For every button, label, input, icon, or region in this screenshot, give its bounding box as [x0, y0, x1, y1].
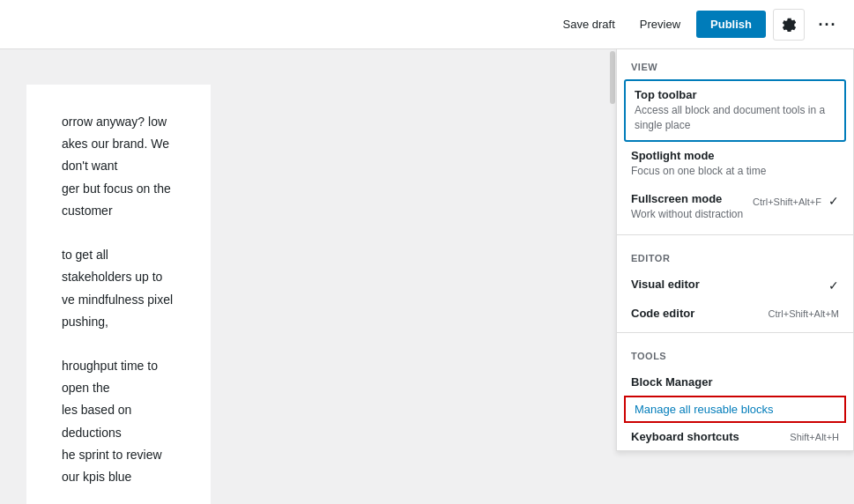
spotlight-mode-item[interactable]: Spotlight mode Focus on one block at a t… — [617, 142, 853, 186]
code-editor-item[interactable]: Code editor Ctrl+Shift+Alt+M — [617, 300, 853, 327]
editor-section-label: EDITOR — [617, 241, 853, 271]
editor-area: orrow anyway? low akes our brand. We don… — [0, 49, 237, 504]
visual-editor-item[interactable]: Visual editor ✓ — [617, 271, 853, 300]
divider-view-editor — [617, 234, 853, 235]
keyboard-shortcuts-shortcut: Shift+Alt+H — [790, 432, 839, 442]
editor-content[interactable]: orrow anyway? low akes our brand. We don… — [26, 85, 211, 504]
preview-button[interactable]: Preview — [631, 12, 689, 36]
top-bar: Save draft Preview Publish ··· — [0, 0, 854, 49]
manage-reusable-blocks-item[interactable]: Manage all reusable blocks — [624, 396, 846, 423]
fullscreen-checkmark: ✓ — [828, 194, 839, 208]
tools-section-label: TOOLS — [617, 338, 853, 368]
content-line-7: les based on deductions — [62, 399, 175, 443]
visual-editor-checkmark: ✓ — [828, 278, 839, 293]
manage-reusable-text: Manage all reusable blocks — [635, 403, 835, 416]
content-line-1: orrow anyway? low — [62, 111, 175, 133]
keyboard-shortcuts-title: Keyboard shortcuts — [631, 430, 783, 443]
publish-button[interactable]: Publish — [696, 11, 766, 38]
fullscreen-shortcut: Ctrl+Shift+Alt+F — [753, 196, 821, 207]
keyboard-shortcuts-text: Keyboard shortcuts — [631, 430, 783, 443]
code-editor-title: Code editor — [631, 307, 761, 320]
divider-editor-tools — [617, 332, 853, 333]
top-toolbar-title: Top toolbar — [635, 88, 835, 101]
more-options-button[interactable]: ··· — [812, 9, 843, 41]
top-toolbar-item[interactable]: Top toolbar Access all block and documen… — [624, 79, 846, 142]
content-line-4: to get all stakeholders up to — [62, 244, 175, 288]
fullscreen-mode-text: Fullscreen mode Work without distraction — [631, 192, 746, 222]
manage-reusable-title: Manage all reusable blocks — [635, 403, 835, 416]
block-manager-text: Block Manager — [631, 375, 839, 389]
visual-editor-title: Visual editor — [631, 278, 821, 291]
code-editor-text: Code editor — [631, 307, 761, 320]
content-line-5: ve mindfulness pixel pushing, — [62, 289, 175, 333]
fullscreen-mode-desc: Work without distraction — [631, 207, 746, 222]
content-line-6: hroughput time to open the — [62, 355, 175, 399]
view-section-label: VIEW — [617, 49, 853, 79]
top-toolbar-desc: Access all block and document tools in a… — [635, 103, 835, 133]
settings-button[interactable] — [773, 9, 805, 41]
scroll-thumb[interactable] — [610, 51, 615, 104]
block-manager-item[interactable]: Block Manager — [617, 368, 853, 396]
gear-icon — [782, 18, 796, 32]
fullscreen-mode-item[interactable]: Fullscreen mode Work without distraction… — [617, 185, 853, 229]
keyboard-shortcuts-item[interactable]: Keyboard shortcuts Shift+Alt+H — [617, 423, 853, 450]
top-toolbar-text: Top toolbar Access all block and documen… — [635, 88, 835, 133]
block-manager-title: Block Manager — [631, 375, 839, 389]
visual-editor-text: Visual editor — [631, 278, 821, 291]
spotlight-mode-title: Spotlight mode — [631, 149, 839, 162]
content-line-8: he sprint to review our kpis blue — [62, 444, 175, 488]
ellipsis-icon: ··· — [818, 17, 836, 33]
fullscreen-mode-title: Fullscreen mode — [631, 192, 746, 205]
spotlight-mode-text: Spotlight mode Focus on one block at a t… — [631, 149, 839, 179]
code-editor-shortcut: Ctrl+Shift+Alt+M — [769, 308, 839, 319]
content-line-2: akes our brand. We don't want — [62, 133, 175, 177]
dropdown-panel: VIEW Top toolbar Access all block and do… — [616, 49, 854, 451]
save-draft-button[interactable]: Save draft — [554, 12, 624, 36]
spotlight-mode-desc: Focus on one block at a time — [631, 164, 839, 179]
content-line-3: ger but focus on the customer — [62, 178, 175, 222]
